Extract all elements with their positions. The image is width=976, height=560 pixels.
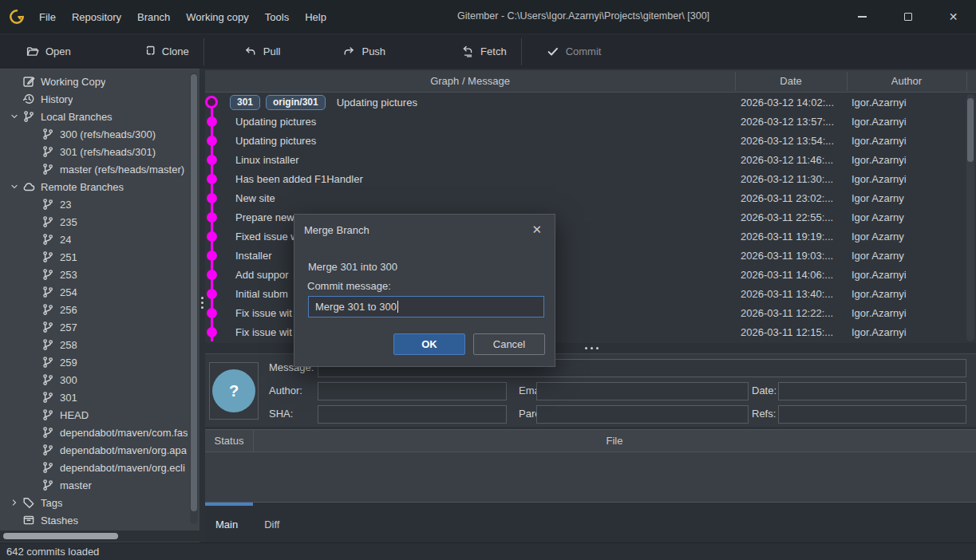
scrollbar-thumb[interactable] <box>967 98 974 162</box>
minimize-button[interactable] <box>840 0 885 34</box>
sidebar-item[interactable]: dependabot/maven/org.apa <box>0 441 188 459</box>
menu-item[interactable]: Working copy <box>178 8 257 26</box>
chevron[interactable] <box>26 286 41 298</box>
dialog-close-button[interactable]: ✕ <box>531 223 542 237</box>
chevron[interactable] <box>26 426 41 439</box>
commit-row[interactable]: Linux installer 2026-03-12 11:46:... Igo… <box>205 150 976 169</box>
commit-row[interactable]: Has been added F1Handler 2026-03-12 11:3… <box>205 169 976 188</box>
sidebar-item[interactable]: 258 <box>0 336 188 353</box>
sidebar-horizontal-scrollbar[interactable] <box>0 530 200 542</box>
chevron[interactable] <box>26 356 41 369</box>
close-button[interactable]: ✕ <box>931 0 976 34</box>
sidebar-item[interactable]: 254 <box>0 283 188 301</box>
sidebar-item[interactable]: master <box>0 476 188 494</box>
maximize-button[interactable] <box>885 0 931 34</box>
chevron[interactable] <box>6 514 22 526</box>
sidebar-item[interactable]: 259 <box>0 353 188 371</box>
chevron[interactable] <box>26 145 41 158</box>
chevron[interactable] <box>6 75 22 88</box>
sidebar-item[interactable]: 251 <box>0 248 188 266</box>
sidebar-item[interactable]: 300 (refs/heads/300) <box>0 125 188 143</box>
menu-item[interactable]: Tools <box>257 8 297 26</box>
column-header-status[interactable]: Status <box>205 435 253 447</box>
pull-button[interactable]: Pull <box>236 40 289 63</box>
commit-button[interactable]: Commit <box>539 40 610 63</box>
commit-row[interactable]: Updating pictures 2026-03-12 13:57:... I… <box>205 112 976 131</box>
column-header-date[interactable]: Date <box>735 75 847 87</box>
commit-row[interactable]: 301origin/301 Updating pictures 2026-03-… <box>205 93 976 112</box>
chevron[interactable] <box>26 198 41 211</box>
menu-item[interactable]: Branch <box>129 8 178 26</box>
sidebar-item[interactable]: 301 <box>0 388 188 406</box>
menu-bar: FileRepositoryBranchWorking copyToolsHel… <box>31 8 334 26</box>
sidebar-item[interactable]: 257 <box>0 318 188 336</box>
column-header-author[interactable]: Author <box>847 75 966 87</box>
sidebar-item[interactable]: 23 <box>0 195 188 213</box>
tab[interactable]: Main <box>215 519 238 530</box>
sidebar-item[interactable]: dependabot/maven/com.fas <box>0 424 188 441</box>
chevron[interactable] <box>26 128 41 140</box>
chevron[interactable] <box>6 93 22 105</box>
sidebar-item[interactable]: HEAD <box>0 406 188 424</box>
sidebar-item[interactable]: 253 <box>0 266 188 283</box>
push-button[interactable]: Push <box>334 40 393 63</box>
author-field[interactable] <box>318 382 507 400</box>
email-field[interactable] <box>536 382 749 400</box>
sidebar-item[interactable]: Local Branches <box>0 108 188 125</box>
chevron[interactable] <box>26 268 41 281</box>
refs-field[interactable] <box>778 405 966 424</box>
chevron[interactable] <box>26 303 41 316</box>
sidebar-splitter[interactable] <box>200 69 205 542</box>
chevron[interactable] <box>26 391 41 404</box>
sha-field[interactable] <box>318 405 507 424</box>
column-header-graph-message[interactable]: Graph / Message <box>205 75 735 87</box>
column-separator[interactable] <box>847 72 848 91</box>
chevron[interactable] <box>26 408 41 421</box>
menu-item[interactable]: Help <box>297 8 334 26</box>
sidebar-item[interactable]: master (refs/heads/master) <box>0 160 188 178</box>
sidebar-item[interactable]: 235 <box>0 213 188 231</box>
chevron[interactable] <box>26 163 41 175</box>
chevron[interactable] <box>6 110 22 123</box>
chevron[interactable] <box>26 250 41 263</box>
menu-item[interactable]: File <box>31 8 64 26</box>
commit-message-input[interactable]: Merge 301 to 300 <box>308 296 544 317</box>
parent-field[interactable] <box>536 405 749 424</box>
chevron[interactable] <box>26 338 41 351</box>
open-button[interactable]: Open <box>18 40 79 63</box>
chevron[interactable] <box>26 479 41 491</box>
cancel-button[interactable]: Cancel <box>473 333 545 355</box>
chevron[interactable] <box>26 444 41 456</box>
scrollbar-thumb[interactable] <box>191 74 197 511</box>
sidebar-item[interactable]: Stashes <box>0 511 188 529</box>
chevron[interactable] <box>6 496 22 509</box>
sidebar-item[interactable]: Tags <box>0 494 188 511</box>
column-separator[interactable] <box>735 72 736 91</box>
clone-button[interactable]: Clone <box>135 40 197 63</box>
commit-row[interactable]: New site 2026-03-11 23:02:... Igor Azarn… <box>205 188 976 207</box>
sidebar-item[interactable]: Remote Branches <box>0 178 188 195</box>
sidebar-item[interactable]: 300 <box>0 371 188 388</box>
commit-table-scrollbar[interactable] <box>966 94 974 341</box>
date-field[interactable] <box>778 382 966 400</box>
sidebar-item[interactable]: 301 (refs/heads/301) <box>0 143 188 160</box>
chevron[interactable] <box>26 461 41 474</box>
sidebar-item[interactable]: 24 <box>0 231 188 248</box>
menu-item[interactable]: Repository <box>64 8 129 26</box>
chevron[interactable] <box>26 215 41 228</box>
sidebar-vertical-scrollbar[interactable] <box>190 73 198 524</box>
chevron[interactable] <box>26 233 41 246</box>
fetch-button[interactable]: Fetch <box>453 40 515 63</box>
chevron[interactable] <box>6 180 22 193</box>
chevron[interactable] <box>26 321 41 333</box>
tab[interactable]: Diff <box>264 519 279 530</box>
scrollbar-thumb[interactable] <box>3 533 118 539</box>
sidebar-item[interactable]: Working Copy <box>0 73 188 90</box>
sidebar-item[interactable]: History <box>0 90 188 108</box>
commit-row[interactable]: Updating pictures 2026-03-12 13:54:... I… <box>205 131 976 150</box>
ok-button[interactable]: OK <box>393 333 465 355</box>
chevron[interactable] <box>26 373 41 386</box>
sidebar-item[interactable]: 256 <box>0 301 188 318</box>
column-header-file[interactable]: File <box>253 435 976 447</box>
sidebar-item[interactable]: dependabot/maven/org.ecli <box>0 459 188 476</box>
